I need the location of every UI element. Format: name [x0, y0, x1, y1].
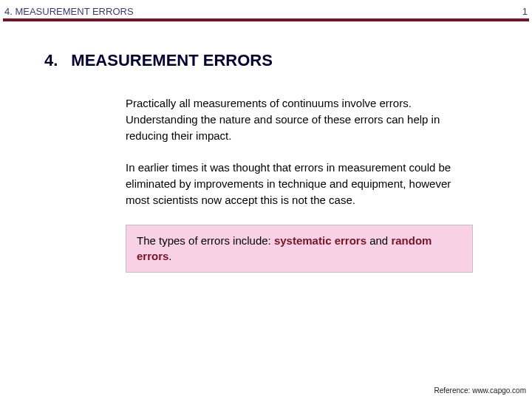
- section-heading: 4. MEASUREMENT ERRORS: [44, 51, 502, 70]
- highlight-term-systematic: systematic errors: [274, 234, 366, 247]
- highlight-lead: The types of errors include:: [137, 234, 274, 247]
- header-page-number: 1: [522, 6, 528, 17]
- highlight-box: The types of errors include: systematic …: [126, 225, 473, 273]
- highlight-joiner: and: [366, 234, 391, 247]
- running-header: 4. MEASUREMENT ERRORS 1: [0, 0, 532, 18]
- paragraph-2: In earlier times it was thought that err…: [126, 160, 473, 208]
- footer-reference: Reference: www.capgo.com: [434, 386, 526, 395]
- section-number: 4.: [44, 51, 58, 70]
- highlight-tail: .: [168, 250, 171, 262]
- paragraph-1: Practically all measurements of continuu…: [126, 95, 473, 143]
- header-title: 4. MEASUREMENT ERRORS: [4, 6, 134, 17]
- main-content: 4. MEASUREMENT ERRORS Practically all me…: [0, 21, 532, 273]
- section-title: MEASUREMENT ERRORS: [71, 51, 273, 70]
- body-text: Practically all measurements of continuu…: [126, 95, 473, 273]
